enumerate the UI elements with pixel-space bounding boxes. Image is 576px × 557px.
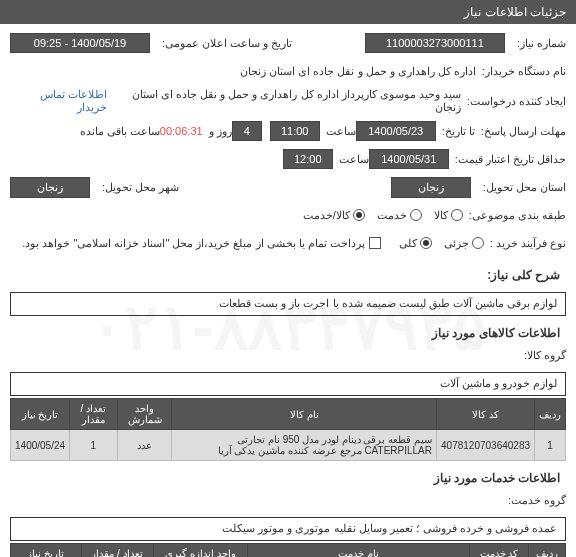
buyer-label: نام دستگاه خریدار: (482, 65, 566, 78)
svc-col-name: نام خدمت (248, 544, 470, 558)
creator-value: سید وحید موسوی کارپرداز اداره کل راهداری… (115, 88, 461, 114)
services-group-value: عمده فروشی و خرده فروشی ؛ تعمیر وسایل نق… (10, 517, 566, 541)
goods-col-name: نام کالا (172, 399, 437, 430)
radio-dot-icon (410, 209, 422, 221)
goods-col-row: ردیف (535, 399, 566, 430)
time-word-1: ساعت (326, 125, 356, 138)
goods-cell-row: 1 (535, 430, 566, 461)
desc-value: لوازم برقی ماشین آلات طبق لیست ضمیمه شده… (10, 292, 566, 316)
category-radio-group: کالا خدمت کالا/خدمت (303, 209, 463, 222)
time-word-2: ساعت (339, 153, 369, 166)
svc-col-qty: تعداد / مقدار (81, 544, 153, 558)
services-table: ردیف کد خدمت نام خدمت واحد اندازه گیری ت… (10, 543, 566, 557)
svc-col-unit: واحد اندازه گیری (153, 544, 248, 558)
svc-col-date: تاریخ نیاز (11, 544, 82, 558)
buyer-value: اداره کل راهداری و حمل و نقل جاده ای است… (240, 65, 476, 78)
pay-note: پرداخت تمام یا بخشی از مبلغ خرید،از محل … (22, 237, 365, 250)
radio-service-label: خدمت (377, 209, 407, 222)
services-section-title: اطلاعات خدمات مورد نیاز (10, 471, 566, 485)
radio-partial-label: جزئی (444, 237, 469, 250)
public-time-label: تاریخ و ساعت اعلان عمومی: (162, 37, 292, 50)
radio-full-label: کلی (399, 237, 417, 250)
goods-col-code: کد کالا (437, 399, 535, 430)
radio-both[interactable]: کالا/خدمت (303, 209, 365, 222)
radio-dot-icon (472, 237, 484, 249)
deadline-time: 11:00 (270, 121, 320, 141)
countdown-timer: 00:06:31 (160, 125, 203, 137)
goods-cell-name: سیم قطعه برقی دینام لودر مدل 950 نام تجا… (172, 430, 437, 461)
radio-goods-label: کالا (434, 209, 448, 222)
city-label: شهر محل تحویل: (102, 181, 179, 194)
goods-col-date: تاریخ نیاز (11, 399, 70, 430)
need-no-label: شماره نیاز: (517, 37, 566, 50)
goods-cell-unit: عدد (117, 430, 172, 461)
creator-label: ایجاد کننده درخواست: (467, 95, 566, 108)
goods-group-value: لوازم خودرو و ماشین آلات (10, 372, 566, 396)
goods-section-title: اطلاعات کالاهای مورد نیاز (10, 326, 566, 340)
payment-checkbox[interactable] (369, 237, 381, 249)
public-time-value: 1400/05/19 - 09:25 (10, 33, 150, 53)
svc-col-code: کد خدمت (469, 544, 528, 558)
credit-exp-time: 12:00 (283, 149, 333, 169)
province-label: استان محل تحویل: (483, 181, 566, 194)
province-value: زنجان (391, 177, 471, 198)
radio-both-label: کالا/خدمت (303, 209, 350, 222)
remain-label: ساعت باقی مانده (80, 125, 160, 138)
form-section: شماره نیاز: 1100003273000111 تاریخ و ساع… (0, 24, 576, 557)
radio-dot-icon (451, 209, 463, 221)
buy-type-label: نوع فرآیند خرید : (490, 237, 566, 250)
radio-dot-filled-icon (353, 209, 365, 221)
goods-cell-qty: 1 (70, 430, 117, 461)
goods-cell-date: 1400/05/24 (11, 430, 70, 461)
goods-cell-code: 4078120703640283 (437, 430, 535, 461)
radio-service[interactable]: خدمت (377, 209, 422, 222)
days-value: 4 (232, 121, 262, 141)
radio-partial[interactable]: جزئی (444, 237, 484, 250)
svc-col-row: ردیف (529, 544, 566, 558)
radio-goods[interactable]: کالا (434, 209, 463, 222)
need-no-value: 1100003273000111 (365, 33, 505, 53)
day-word: روز و (209, 125, 232, 138)
page-header: جزئیات اطلاعات نیاز (0, 0, 576, 24)
radio-full[interactable]: کلی (399, 237, 432, 250)
table-row: 1 4078120703640283 سیم قطعه برقی دینام ل… (11, 430, 566, 461)
credit-exp-label: حداقل تاریخ اعتبار قیمت: (455, 153, 566, 166)
goods-col-qty: تعداد / مقدار (70, 399, 117, 430)
credit-exp-date: 1400/05/31 (369, 149, 449, 169)
goods-table: ردیف کد کالا نام کالا واحد شمارش تعداد /… (10, 398, 566, 461)
deadline-label: مهلت ارسال پاسخ: (481, 125, 566, 138)
radio-dot-filled-icon (420, 237, 432, 249)
desc-label: شرح کلی نیاز: (487, 268, 566, 282)
buy-type-radio-group: جزئی کلی (399, 237, 484, 250)
city-value: زنجان (10, 177, 90, 198)
buyer-contact-link[interactable]: اطلاعات تماس خریدار (10, 88, 107, 114)
goods-col-unit: واحد شمارش (117, 399, 172, 430)
goods-group-label: گروه کالا: (524, 349, 566, 362)
category-label: طبقه بندی موضوعی: (469, 209, 566, 222)
main-content: جزئیات اطلاعات نیاز شماره نیاز: 11000032… (0, 0, 576, 557)
services-group-label: گروه خدمت: (508, 494, 566, 507)
ta-tarikh-label: تا تاریخ: (442, 125, 475, 138)
deadline-date: 1400/05/23 (356, 121, 436, 141)
